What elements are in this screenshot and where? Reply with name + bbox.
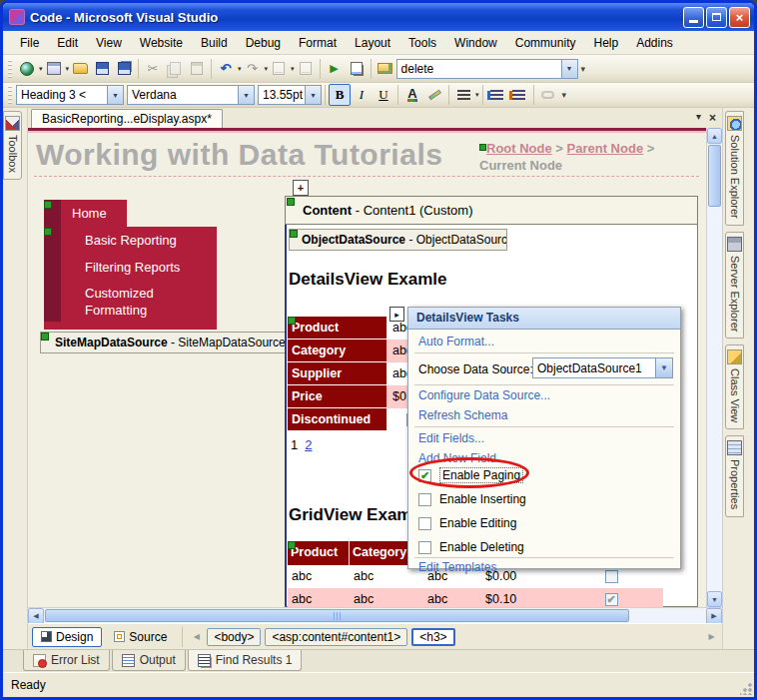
font-combo[interactable]: Verdana ▼ (127, 85, 255, 105)
toolbar-overflow-icon[interactable]: ▾ (581, 64, 585, 74)
row-checkbox-checked[interactable]: ✔ (605, 593, 618, 606)
edit-fields-link[interactable]: Edit Fields... (418, 431, 484, 445)
block-format-combo[interactable]: Heading 3 < ▼ (16, 85, 124, 105)
toolbox-tab[interactable]: Toolbox (3, 111, 22, 180)
menu-addins[interactable]: Addins (627, 33, 682, 53)
toolbar-overflow-icon[interactable]: ▾ (562, 90, 566, 100)
data-source-dropdown-icon[interactable]: ▼ (655, 358, 672, 377)
font-color-button[interactable]: A (401, 84, 423, 106)
breadcrumb-parent-link[interactable]: Parent Node (567, 141, 644, 156)
start-debugging-button[interactable]: ▶ (324, 58, 346, 80)
maximize-button[interactable] (706, 7, 727, 28)
scroll-left-icon[interactable]: ◀ (28, 608, 44, 624)
breadcrumb-root-link[interactable]: Root Node (486, 141, 552, 156)
menu-tools[interactable]: Tools (399, 33, 445, 53)
tag-nav-forward-icon[interactable]: ▶ (705, 629, 718, 645)
menu-help[interactable]: Help (584, 33, 627, 53)
document-tab[interactable]: BasicReporting...eDisplay.aspx* (31, 109, 223, 128)
enable-editing-checkbox[interactable] (418, 517, 431, 530)
find-in-files-button[interactable] (375, 58, 396, 80)
align-button[interactable] (452, 84, 474, 106)
find-combo-dropdown-icon[interactable]: ▼ (561, 60, 577, 78)
view-in-browser-button[interactable] (346, 58, 368, 80)
menu-website[interactable]: Website (131, 33, 192, 53)
move-handle-icon[interactable]: + (293, 180, 309, 196)
menu-build[interactable]: Build (192, 33, 237, 53)
scroll-right-icon[interactable]: ▶ (706, 608, 722, 624)
undo-button[interactable]: ↶ (215, 58, 237, 80)
output-tab[interactable]: Output (112, 650, 186, 671)
toolbar-grip[interactable] (8, 60, 12, 78)
menu-community[interactable]: Community (506, 33, 585, 53)
vertical-scroll-thumb[interactable] (708, 145, 721, 207)
navigate-forward-button[interactable] (295, 58, 317, 80)
objectdatasource-control[interactable]: ObjectDataSource - ObjectDataSource1 (289, 229, 507, 251)
add-new-item-button[interactable] (43, 58, 65, 80)
save-button[interactable] (91, 58, 113, 80)
menu-edit[interactable]: Edit (48, 33, 87, 53)
font-combo-dropdown-icon[interactable]: ▼ (238, 86, 254, 104)
new-website-dropdown-icon[interactable]: ▾ (39, 65, 43, 73)
source-view-button[interactable]: Source (106, 627, 175, 647)
close-button[interactable]: × (729, 7, 750, 28)
enable-deleting-label[interactable]: Enable Deleting (439, 540, 524, 554)
properties-tab[interactable]: Properties (725, 435, 744, 516)
nav-item-home[interactable]: Home (61, 200, 127, 227)
navigate-backward-button[interactable] (268, 58, 290, 80)
font-size-combo[interactable]: 13.55pt ▼ (258, 85, 322, 105)
tag-aspcontent-button[interactable]: <asp:content#content1> (265, 628, 407, 646)
scroll-down-icon[interactable]: ▼ (707, 591, 722, 607)
menu-view[interactable]: View (87, 33, 131, 53)
auto-format-link[interactable]: Auto Format... (418, 335, 494, 349)
nav-item-customized-formatting[interactable]: Customized Formatting (61, 281, 217, 322)
scroll-up-icon[interactable]: ▲ (707, 128, 722, 144)
new-website-button[interactable] (16, 58, 38, 80)
bullet-list-button[interactable] (486, 84, 508, 106)
pager-page-link[interactable]: 2 (305, 437, 312, 452)
open-file-button[interactable] (69, 58, 91, 80)
save-all-button[interactable] (113, 58, 135, 80)
edit-templates-link[interactable]: Edit Templates (418, 560, 497, 574)
horizontal-scroll-track[interactable] (630, 608, 706, 623)
server-explorer-tab[interactable]: Server Explorer (725, 232, 744, 339)
solution-explorer-tab[interactable]: Solution Explorer (725, 111, 744, 226)
tab-list-dropdown-icon[interactable]: ▾ (696, 111, 701, 125)
horizontal-scrollbar[interactable]: ◀ ▶ (28, 607, 722, 623)
tag-h3-button[interactable]: <h3> (411, 628, 454, 646)
redo-button[interactable]: ↷ (242, 58, 264, 80)
vertical-scrollbar[interactable]: ▲ ▼ (706, 128, 722, 607)
error-list-tab[interactable]: Error List (23, 650, 110, 671)
block-format-dropdown-icon[interactable]: ▼ (107, 86, 123, 104)
tab-close-icon[interactable]: × (709, 111, 716, 125)
menu-window[interactable]: Window (445, 33, 506, 53)
row-checkbox[interactable] (605, 570, 618, 583)
resize-grip[interactable] (740, 683, 752, 695)
menu-format[interactable]: Format (290, 33, 346, 53)
toolbar-grip[interactable] (8, 86, 12, 104)
configure-data-source-link[interactable]: Configure Data Source... (418, 388, 550, 402)
tag-body-button[interactable]: <body> (207, 628, 261, 646)
enable-deleting-checkbox[interactable] (418, 541, 431, 554)
hyperlink-button[interactable] (537, 84, 559, 106)
content-control-header[interactable]: Content - Content1 (Custom) (285, 196, 698, 225)
class-view-tab[interactable]: Class View (725, 345, 744, 429)
font-size-dropdown-icon[interactable]: ▼ (305, 86, 321, 104)
enable-editing-label[interactable]: Enable Editing (439, 516, 516, 530)
enable-inserting-label[interactable]: Enable Inserting (439, 492, 526, 506)
menu-layout[interactable]: Layout (346, 33, 399, 53)
menu-file[interactable]: File (11, 33, 48, 53)
highlight-button[interactable] (423, 84, 445, 106)
italic-button[interactable]: I (351, 84, 373, 106)
smart-tag-button[interactable]: ▸ (389, 307, 404, 322)
paste-button[interactable] (186, 58, 208, 80)
tag-nav-back-icon[interactable]: ◀ (190, 629, 203, 645)
nav-item-basic-reporting[interactable]: Basic Reporting (61, 227, 217, 254)
bold-button[interactable]: B (329, 84, 351, 106)
menu-debug[interactable]: Debug (237, 33, 290, 53)
find-results-tab[interactable]: Find Results 1 (188, 650, 303, 671)
find-combo[interactable]: delete ▼ (396, 59, 578, 79)
cut-button[interactable]: ✂ (142, 58, 164, 80)
refresh-schema-link[interactable]: Refresh Schema (418, 408, 507, 422)
numbered-list-button[interactable] (508, 84, 530, 106)
data-source-combo[interactable]: ObjectDataSource1 ▼ (532, 357, 673, 378)
